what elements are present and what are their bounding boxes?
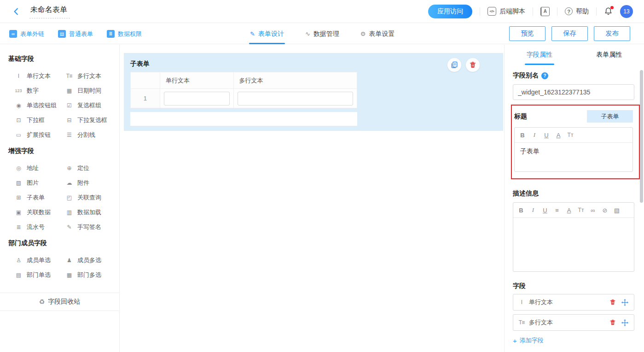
item-label: 下拉复选框 xyxy=(77,116,107,124)
font-color-button[interactable]: A xyxy=(563,204,575,216)
delete-widget-button[interactable] xyxy=(466,58,480,72)
sidebar-item-expand-button[interactable]: ▭扩展按钮 xyxy=(14,128,64,142)
tab-field-properties[interactable]: 字段属性 xyxy=(505,45,574,65)
sidebar-item-address[interactable]: ◎地址 xyxy=(14,161,64,176)
data-permission-button[interactable]: Ⅲ 数据权限 xyxy=(107,30,142,38)
api-docs-button[interactable]: A xyxy=(540,7,550,16)
underline-button[interactable]: U xyxy=(539,204,551,216)
sidebar-item-image[interactable]: ▧图片 xyxy=(14,176,64,190)
link-button[interactable]: ∞ xyxy=(587,204,599,216)
sidebar-item-data-load[interactable]: ▥数据加载 xyxy=(64,205,115,220)
sidebar-item-select[interactable]: ⊡下拉框 xyxy=(14,113,64,128)
back-button[interactable] xyxy=(12,7,20,16)
publish-button[interactable]: 发布 xyxy=(594,26,630,41)
multi-line-text-input[interactable] xyxy=(238,92,353,106)
sidebar-item-linked-data[interactable]: ▣关联数据 xyxy=(14,205,64,220)
move-subfield-handle[interactable] xyxy=(621,298,629,307)
italic-button[interactable]: I xyxy=(527,204,539,216)
subform-widget-selected[interactable]: 子表单 单行文本 多 xyxy=(124,53,503,131)
field-recycle-bin[interactable]: ♻ 字段回收站 xyxy=(0,293,119,311)
duplicate-widget-button[interactable] xyxy=(447,58,461,72)
image-icon: ▧ xyxy=(14,180,23,186)
gear-doc-icon: ⚙ xyxy=(360,30,366,37)
font-size-button[interactable]: Tт xyxy=(564,129,576,141)
recycle-icon: ♻ xyxy=(39,298,45,305)
sidebar-item-multi-select[interactable]: ⊟下拉复选框 xyxy=(64,113,115,128)
alias-help-icon[interactable]: ? xyxy=(541,72,548,79)
preview-button[interactable]: 预览 xyxy=(509,26,545,41)
sidebar-item-number[interactable]: 123数字 xyxy=(14,83,64,98)
item-label: 子表单 xyxy=(27,194,45,202)
subfield-row-single-line[interactable]: I 单行文本 xyxy=(513,294,634,311)
row-index: 1 xyxy=(131,89,160,108)
copy-icon xyxy=(451,61,458,69)
notification-bell-button[interactable] xyxy=(604,7,613,16)
tab-form-properties[interactable]: 表单属性 xyxy=(574,45,644,65)
normal-form-button[interactable]: ▤ 普通表单 xyxy=(58,30,93,38)
index-column-header xyxy=(131,72,160,89)
map-pin-icon: ◎ xyxy=(14,165,23,171)
backend-script-button[interactable]: </> 后端脚本 xyxy=(487,7,525,16)
item-label: 部门单选 xyxy=(27,271,51,279)
title-value-badge[interactable]: 子表单 xyxy=(587,110,633,123)
section-enhanced-fields: 增强字段 xyxy=(0,147,119,157)
save-button[interactable]: 保存 xyxy=(551,26,588,41)
column-header-multi-line: 多行文本 xyxy=(233,72,357,89)
external-link-button[interactable]: ∞ 表单外链 xyxy=(9,30,44,38)
move-subfield-handle[interactable] xyxy=(621,318,629,327)
description-editor-content[interactable] xyxy=(513,218,634,271)
single-line-text-input[interactable] xyxy=(164,92,230,106)
app-access-button[interactable]: 应用访问 xyxy=(428,5,472,18)
sidebar-item-attachment[interactable]: ☁附件 xyxy=(64,176,115,190)
sidebar-item-radio-group[interactable]: ◉单选按钮组 xyxy=(14,98,64,113)
sidebar-item-datetime[interactable]: ▦日期时间 xyxy=(64,83,115,98)
unlink-button[interactable]: ⊘ xyxy=(599,204,611,216)
align-button[interactable]: ≡ xyxy=(551,204,563,216)
title-rich-editor: B I U A Tт 子表单 xyxy=(514,127,633,172)
italic-button[interactable]: I xyxy=(528,129,540,141)
bold-button[interactable]: B xyxy=(516,129,528,141)
sidebar-item-multi-line-text[interactable]: T≡多行文本 xyxy=(64,69,115,83)
tab-form-settings[interactable]: ⚙ 表单设置 xyxy=(360,23,395,44)
sidebar-item-divider-line[interactable]: ☰分割线 xyxy=(64,128,115,142)
sidebar-item-checkbox-group[interactable]: ☑复选框组 xyxy=(64,98,115,113)
delete-subfield-button[interactable] xyxy=(609,318,617,327)
sidebar-item-subform[interactable]: ⊞子表单 xyxy=(14,190,64,205)
form-title[interactable]: 未命名表单 xyxy=(29,4,70,18)
sidebar-item-member-single[interactable]: ♙成员单选 xyxy=(14,253,64,268)
title-editor-content[interactable]: 子表单 xyxy=(515,143,632,171)
tab-form-design[interactable]: ✎ 表单设计 xyxy=(250,23,284,44)
item-label: 成员单选 xyxy=(27,256,51,264)
sidebar-item-dept-multi[interactable]: ▦部门多选 xyxy=(64,268,115,282)
bold-button[interactable]: B xyxy=(515,204,527,216)
question-icon: ? xyxy=(565,7,573,15)
item-label: 地址 xyxy=(27,164,39,172)
design-canvas[interactable]: 子表单 单行文本 多 xyxy=(120,45,504,352)
subfield-row-multi-line[interactable]: T≡ 多行文本 xyxy=(513,314,634,331)
field-alias-input[interactable] xyxy=(513,84,634,100)
chart-doc-icon: ∿ xyxy=(305,30,310,37)
add-field-button[interactable]: + 添加字段 xyxy=(513,336,544,345)
subfield-label: 单行文本 xyxy=(529,298,605,306)
column-header-single-line: 单行文本 xyxy=(160,72,233,89)
delete-subfield-button[interactable] xyxy=(609,298,617,306)
sidebar-item-serial-number[interactable]: ≣流水号 xyxy=(14,220,64,235)
underline-button[interactable]: U xyxy=(540,129,552,141)
panel-scrollbar[interactable] xyxy=(640,70,643,203)
font-size-button[interactable]: Tт xyxy=(575,204,587,216)
font-color-button[interactable]: A xyxy=(552,129,564,141)
sidebar-item-linked-query[interactable]: ◰关联查询 xyxy=(64,190,115,205)
avatar[interactable]: 13 xyxy=(620,5,633,18)
insert-image-button[interactable]: ▧ xyxy=(611,204,623,216)
help-button[interactable]: ? 帮助 xyxy=(565,7,589,16)
trash-icon xyxy=(609,319,616,326)
item-label: 手写签名 xyxy=(77,223,101,231)
tab-data-management[interactable]: ∿ 数据管理 xyxy=(305,23,339,44)
item-label: 附件 xyxy=(77,179,89,187)
sidebar-item-single-line-text[interactable]: I单行文本 xyxy=(14,69,64,83)
sidebar-item-signature[interactable]: ✎手写签名 xyxy=(64,220,115,235)
sidebar-item-location[interactable]: ⊕定位 xyxy=(64,161,115,176)
sidebar-item-member-multi[interactable]: ♟成员多选 xyxy=(64,253,115,268)
sidebar-item-dept-single[interactable]: ▤部门单选 xyxy=(14,268,64,282)
add-field-label: 添加字段 xyxy=(520,336,544,345)
